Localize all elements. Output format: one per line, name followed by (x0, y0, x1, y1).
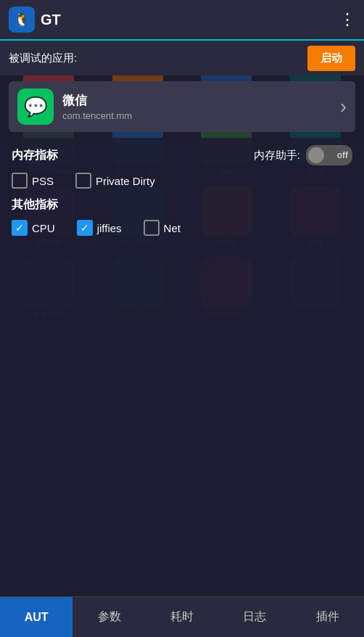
controls-panel: 内存指标 内存助手: off PSSPrivate Dirty 其他指标 CPU… (0, 138, 364, 608)
app-arrow-icon: › (340, 95, 347, 118)
nav-tab-params[interactable]: 参数 (73, 597, 145, 637)
checkbox-pss[interactable]: PSS (12, 173, 54, 189)
header-bar: 🐧 GT ⋮ (0, 0, 364, 41)
checkbox-box-cpu (12, 220, 28, 236)
nav-tab-log[interactable]: 日志 (218, 597, 291, 637)
checkbox-net[interactable]: Net (144, 220, 181, 236)
checkbox-label-jiffies: jiffies (97, 222, 122, 234)
main-panel: 🐧 GT ⋮ 被调试的应用: 启动 💬 微信 com.tencent.mm › … (0, 0, 364, 637)
nav-tab-time[interactable]: 耗时 (146, 597, 218, 637)
checkbox-label-pss: PSS (32, 175, 54, 187)
app-info: 微信 com.tencent.mm (62, 92, 340, 121)
debug-target-label: 被调试的应用: (9, 52, 307, 65)
debug-target-row: 被调试的应用: 启动 (0, 41, 364, 75)
memory-assist-right: 内存助手: off (254, 145, 352, 165)
other-checkboxes-row: CPUjiffiesNet (12, 220, 352, 236)
app-name: 微信 (62, 92, 340, 109)
memory-section-row: 内存指标 内存助手: off (12, 145, 352, 165)
checkbox-label-cpu: CPU (32, 222, 55, 234)
app-package: com.tencent.mm (62, 110, 340, 121)
checkbox-cpu[interactable]: CPU (12, 220, 55, 236)
toggle-off-label: off (337, 150, 348, 160)
other-label: 其他指标 (12, 197, 58, 213)
memory-checkboxes-row: PSSPrivate Dirty (12, 173, 352, 189)
checkbox-box-jiffies (77, 220, 93, 236)
app-selector-card[interactable]: 💬 微信 com.tencent.mm › (9, 81, 355, 132)
checkbox-box-net (144, 220, 160, 236)
wechat-emoji: 💬 (24, 96, 47, 118)
other-section-row: 其他指标 (12, 197, 352, 213)
checkbox-label-private_dirty: Private Dirty (96, 175, 155, 187)
checkbox-box-private_dirty (75, 173, 91, 189)
nav-tab-aut[interactable]: AUT (0, 597, 73, 637)
nav-tab-plugin[interactable]: 插件 (291, 597, 364, 637)
app-logo: 🐧 (9, 7, 35, 33)
app-title: GT (41, 12, 339, 28)
checkbox-box-pss (12, 173, 28, 189)
checkbox-jiffies[interactable]: jiffies (77, 220, 122, 236)
toggle-knob (308, 147, 324, 163)
start-button[interactable]: 启动 (307, 46, 355, 71)
wechat-icon: 💬 (17, 89, 54, 125)
checkbox-private_dirty[interactable]: Private Dirty (75, 173, 155, 189)
menu-icon[interactable]: ⋮ (339, 10, 355, 29)
logo-icon: 🐧 (14, 12, 30, 28)
bottom-nav: AUT参数耗时日志插件 (0, 596, 364, 637)
checkbox-label-net: Net (164, 222, 181, 234)
memory-assist-toggle[interactable]: off (306, 145, 352, 165)
memory-label: 内存指标 (12, 148, 58, 163)
memory-assist-label: 内存助手: (254, 149, 300, 163)
